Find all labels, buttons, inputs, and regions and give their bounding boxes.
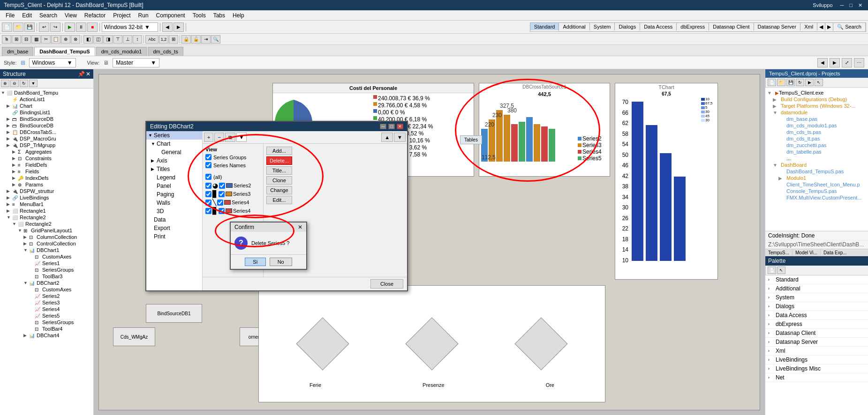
- clone-btn[interactable]: Clone: [266, 176, 292, 185]
- tables-button[interactable]: Tables: [460, 135, 482, 144]
- ribbon-tab-dialogs[interactable]: Dialogs: [615, 23, 640, 30]
- ribbon-tab-nav-prev[interactable]: ◀: [817, 23, 825, 31]
- menu-tools[interactable]: Tools: [189, 11, 210, 20]
- comp-align-center[interactable]: ◫: [93, 35, 103, 44]
- tree-item-dbcross[interactable]: ▶ 📋 DBCrossTabS...: [1, 129, 92, 135]
- comp-btn-7[interactable]: ⊕: [61, 35, 70, 44]
- proj-item-console[interactable]: Console_TempuS.pas: [767, 188, 866, 194]
- dialog-tree-chart[interactable]: ▼ Chart: [146, 140, 202, 148]
- menu-run[interactable]: Run: [135, 11, 152, 20]
- dialog-tree-3d[interactable]: 3D: [146, 207, 202, 215]
- palette-dataaccess[interactable]: ›Data Access: [765, 311, 868, 320]
- edit-btn[interactable]: Edit...: [266, 196, 292, 204]
- dialog-copy-series-btn[interactable]: ⧉: [225, 133, 235, 142]
- palette-system[interactable]: ›System: [765, 293, 868, 302]
- menu-file[interactable]: File: [2, 11, 18, 20]
- struct-refresh-btn[interactable]: ↻: [20, 80, 28, 87]
- close-button[interactable]: ✕: [856, 2, 864, 8]
- menu-help[interactable]: Help: [229, 11, 248, 20]
- tree-item-colcol[interactable]: ▶ ⊡ ColumnCollection: [1, 234, 92, 240]
- tree-item-constraints[interactable]: ▶ ⊡ Constraints: [1, 155, 92, 162]
- series3-vis-check[interactable]: [219, 191, 225, 197]
- confirm-no-btn[interactable]: No: [270, 258, 292, 266]
- dialog-tree-walls[interactable]: Walls: [146, 199, 202, 207]
- palette-arrow-btn[interactable]: ↖: [777, 267, 785, 274]
- proj-item-dm-cds-modulo1[interactable]: dm_cds_modulo1.pas: [767, 122, 866, 129]
- palette-standard[interactable]: ›Standard: [765, 275, 868, 284]
- tree-item-ctrlcol[interactable]: ▶ ⊡ ControlCollection: [1, 240, 92, 247]
- structure-close-btn[interactable]: ✕: [86, 71, 91, 77]
- proj-item-dm-cds-ts[interactable]: dm_cds_ts.pas: [767, 129, 866, 135]
- toolbar-back[interactable]: ◀: [162, 22, 173, 32]
- tree-item-fields[interactable]: ▶ ≡ Fields: [1, 168, 92, 175]
- dialog-down-btn[interactable]: ▼: [394, 133, 406, 142]
- proj-tab-dataexp[interactable]: Data Exp...: [821, 249, 849, 256]
- comp-align-top[interactable]: ⊤: [113, 35, 122, 44]
- palette-dialogs[interactable]: ›Dialogs: [765, 302, 868, 311]
- tree-item-seriesgroups2[interactable]: ⊡ SeriesGroups: [1, 319, 92, 326]
- comp-align-mid[interactable]: ⊥: [123, 35, 132, 44]
- proj-save-btn[interactable]: 💾: [786, 79, 795, 86]
- dialog-add-series-btn[interactable]: +: [204, 133, 213, 142]
- proj-item-datamodule[interactable]: ▼ datamodule: [767, 109, 866, 116]
- proj-item-dm-zucchetti[interactable]: dm_zucchetti.pas: [767, 142, 866, 148]
- tree-item-bindsource2[interactable]: ▶ 🗃 BindSourceDB: [1, 122, 92, 129]
- struct-options-btn[interactable]: ▼: [29, 80, 38, 87]
- close-dialog-btn[interactable]: Close: [370, 279, 403, 289]
- dialog-tree-paging[interactable]: Paging: [146, 190, 202, 199]
- tree-item-series5[interactable]: 📈 Series5: [1, 312, 92, 319]
- ribbon-tab-datasnap-server[interactable]: Datasnap Server: [754, 23, 801, 30]
- dialog-tree-data[interactable]: Data: [146, 215, 202, 224]
- series3-check[interactable]: [205, 191, 211, 197]
- view-dropdown[interactable]: Master ▼: [113, 58, 159, 67]
- comp-123[interactable]: 1,2: [159, 35, 168, 44]
- next-btn[interactable]: ▶: [830, 58, 840, 67]
- series4a-check[interactable]: [205, 200, 211, 206]
- bindsourcedb1-component[interactable]: BindSourceDB1: [146, 304, 202, 323]
- series4b-vis-check[interactable]: [219, 208, 225, 214]
- ribbon-tab-xml[interactable]: Xml: [800, 23, 817, 30]
- tree-item-actionlist[interactable]: ⚡ ActionList1: [1, 96, 92, 103]
- all-checkbox[interactable]: [205, 174, 211, 180]
- expand-btn[interactable]: ⤢: [842, 58, 852, 67]
- comp-grid[interactable]: ⊞: [169, 35, 178, 44]
- tab-dashboard-tempus[interactable]: DashBoard_TempuS: [34, 47, 95, 56]
- comp-btn-3[interactable]: ⊟: [22, 35, 31, 44]
- menu-search[interactable]: Search: [36, 11, 61, 20]
- palette-datasnap-client[interactable]: ›Datasnap Client: [765, 329, 868, 338]
- comp-btn-4[interactable]: ▦: [31, 35, 41, 44]
- confirm-yes-btn[interactable]: Sì: [245, 258, 265, 266]
- menu-refactor[interactable]: Refactor: [81, 11, 109, 20]
- comp-btn-6[interactable]: 📋: [51, 35, 60, 44]
- comp-tab[interactable]: ⇥: [201, 35, 211, 44]
- ribbon-tab-dataaccess[interactable]: Data Access: [640, 23, 677, 30]
- series2-vis-check[interactable]: [219, 183, 225, 189]
- tree-item-series3[interactable]: 📈 Series3: [1, 299, 92, 306]
- series4b-row[interactable]: ▊ Series4: [205, 207, 260, 215]
- ribbon-tab-datasnap-client[interactable]: Datasnap Client: [709, 23, 754, 30]
- dialog-tree-general[interactable]: General: [146, 148, 202, 156]
- tree-item-toolbar3[interactable]: ⊡ ToolBar3: [1, 273, 92, 280]
- palette-dbexpress[interactable]: ›dbExpress: [765, 320, 868, 329]
- menu-component[interactable]: Component: [152, 11, 189, 20]
- cds-wmgaz-component[interactable]: Cds_WMgAz: [113, 327, 155, 346]
- tree-item-params[interactable]: ▶ ⊛ Params: [1, 181, 92, 188]
- comp-btn-5[interactable]: ✂: [41, 35, 51, 44]
- dialog-type-dropdown[interactable]: ▼: [236, 133, 247, 142]
- tree-item-bindsource1[interactable]: ▶ 🗃 BindSourceDB: [1, 116, 92, 122]
- palette-livebindings-misc[interactable]: ›LiveBindings Misc: [765, 364, 868, 373]
- tree-item-dbchart4[interactable]: ▶ 📊 DBChart4: [1, 332, 92, 339]
- proj-refresh-btn[interactable]: ↻: [796, 79, 804, 86]
- tree-item-dbchart1[interactable]: ▼ 📊 DBChart1: [1, 247, 92, 253]
- tree-item-customaxes2[interactable]: ⊡ CustomAxes: [1, 286, 92, 293]
- dialog-up-btn[interactable]: ▲: [381, 133, 393, 142]
- proj-new-btn[interactable]: 📄: [768, 79, 776, 86]
- tree-item-indexdefs[interactable]: ▶ 🔑 IndexDefs: [1, 175, 92, 181]
- comp-lock[interactable]: 🔒: [181, 35, 191, 44]
- presenze-chart[interactable]: Ferie Presenze Ore: [258, 285, 605, 402]
- struct-collapse-btn[interactable]: ⊖: [10, 80, 19, 87]
- proj-item-dashboard-folder[interactable]: ▼ DashBoard: [767, 162, 866, 168]
- tree-item-chart[interactable]: ▶ 📊 Chart: [1, 103, 92, 109]
- proj-item-dm-base[interactable]: dm_base.pas: [767, 116, 866, 122]
- comp-btn-8[interactable]: ⊗: [71, 35, 80, 44]
